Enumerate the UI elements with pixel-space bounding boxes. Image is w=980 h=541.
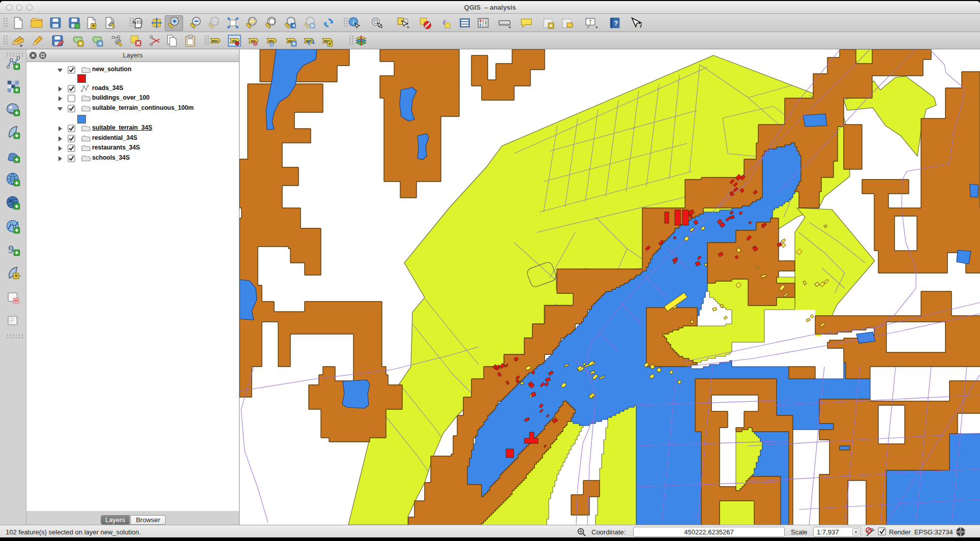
svg-text:1:1: 1:1 [212,20,217,23]
svg-text:?: ? [639,20,642,29]
svg-text:abc: abc [269,39,275,43]
svg-text:✷: ✷ [14,273,18,279]
svg-text:?: ? [614,19,618,27]
svg-text:✷: ✷ [92,23,96,28]
svg-text:T: T [589,19,592,25]
svg-text:✷: ✷ [78,41,82,46]
svg-text:9: 9 [8,243,14,256]
svg-text:✷: ✷ [549,23,553,28]
svg-text:abc: abc [212,39,218,43]
svg-text:i: i [352,18,354,25]
